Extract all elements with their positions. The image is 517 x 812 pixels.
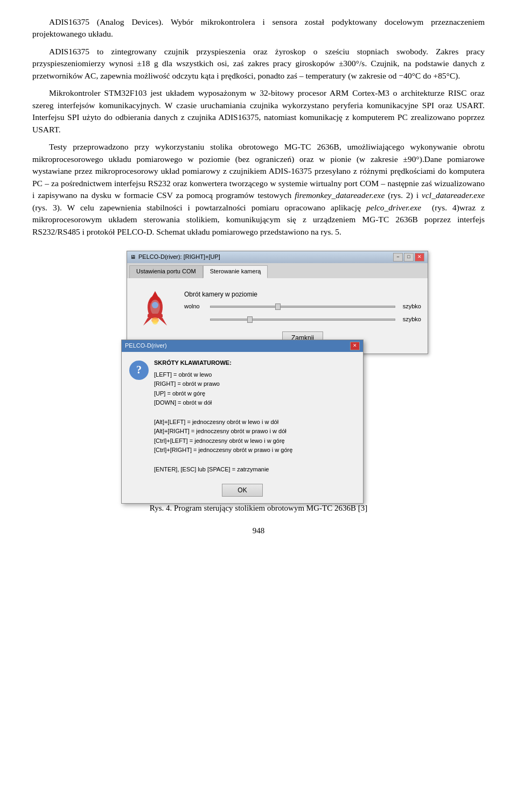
outer-title: 🖥 PELCO-D(river): [RIGHT]+[UP] <box>130 253 220 262</box>
slider-thumb-1[interactable] <box>275 303 281 310</box>
outer-win-buttons: − □ ✕ <box>393 253 424 262</box>
svg-rect-4 <box>148 314 163 318</box>
paragraph-2: ADIS16375 to zintegrowany czujnik przysp… <box>32 46 485 82</box>
shortcuts-header: SKRÓTY KLAWIATUROWE: <box>154 358 292 368</box>
inner-titlebar: PELCO-D(river) ✕ <box>122 340 363 352</box>
close-button[interactable]: ✕ <box>415 253 424 262</box>
shortcut-line-5: [Alt]+[LEFT] = jednoczesny obrót w lewo … <box>154 418 292 427</box>
rocket-image <box>134 287 177 330</box>
outer-title-icon: 🖥 <box>130 253 136 262</box>
shortcut-line-7: [Ctrl]+[LEFT] = jednoczesny obrót w lewo… <box>154 436 292 446</box>
tab-ustawienia[interactable]: Ustawienia portu COM <box>129 265 203 278</box>
shortcut-spacer-2 <box>154 455 292 465</box>
maximize-button[interactable]: □ <box>404 253 414 262</box>
slider-left-label: wolno <box>184 302 206 311</box>
svg-point-3 <box>152 302 158 308</box>
svg-marker-5 <box>143 318 152 326</box>
figure-caption: Rys. 4. Program sterujący stolikiem obro… <box>150 503 367 514</box>
slider-right-label: szybko <box>400 302 421 311</box>
outer-titlebar: 🖥 PELCO-D(river): [RIGHT]+[UP] − □ ✕ <box>127 251 428 263</box>
shortcuts-text: SKRÓTY KLAWIATUROWE: [LEFT] = obrót w le… <box>154 358 292 474</box>
slider-right-label-2: szybko <box>400 315 421 324</box>
ok-button[interactable]: OK <box>222 484 262 497</box>
tab-sterowanie[interactable]: Sterowanie kamerą <box>203 265 268 278</box>
inner-title-text: PELCO-D(river) <box>125 342 167 350</box>
minimize-button[interactable]: − <box>393 253 403 262</box>
inner-win-buttons: ✕ <box>350 342 360 350</box>
slider-track-1[interactable] <box>210 306 395 308</box>
page-text: ADIS16375 (Analog Devices). Wybór mikrok… <box>32 16 485 238</box>
figure-container: 🖥 PELCO-D(river): [RIGHT]+[UP] − □ ✕ Ust… <box>32 251 485 514</box>
shortcut-line-8: [Ctrl]+[RIGHT] = jednoczesny obrót w pra… <box>154 446 292 455</box>
shortcut-line-9: [ENTER], [ESC] lub [SPACE] = zatrzymanie <box>154 465 292 475</box>
rotation-label: Obrót kamery w poziomie <box>184 290 421 299</box>
inner-dialog-footer: OK <box>122 481 363 503</box>
slider-thumb-2[interactable] <box>247 316 253 323</box>
inner-close-button[interactable]: ✕ <box>350 342 360 350</box>
svg-marker-6 <box>158 318 167 326</box>
shortcut-line-3: [UP] = obrót w górę <box>154 389 292 399</box>
inner-dialog-body: ? SKRÓTY KLAWIATUROWE: [LEFT] = obrót w … <box>122 352 363 481</box>
svg-point-8 <box>152 320 158 324</box>
paragraph-1: ADIS16375 (Analog Devices). Wybór mikrok… <box>32 16 485 40</box>
slider-row-1: wolno szybko <box>184 302 421 311</box>
figure-wrapper: 🖥 PELCO-D(river): [RIGHT]+[UP] − □ ✕ Ust… <box>100 251 417 498</box>
page-number: 948 <box>32 525 485 537</box>
inner-dialog: PELCO-D(river) ✕ ? SKRÓTY KLAWIATUROWE: … <box>121 340 364 504</box>
shortcut-line-6: [Alt]+[RIGHT] = jednoczesny obrót w praw… <box>154 427 292 436</box>
tab-bar: Ustawienia portu COM Sterowanie kamerą <box>127 263 428 278</box>
shortcut-spacer-1 <box>154 408 292 418</box>
shortcut-line-1: [LEFT] = obrót w lewo <box>154 370 292 380</box>
slider-row-2: szybko <box>184 315 421 324</box>
shortcut-line-2: [RIGHT] = obrót w prawo <box>154 379 292 389</box>
outer-title-text: PELCO-D(river): [RIGHT]+[UP] <box>138 253 220 262</box>
paragraph-4: Testy przeprowadzono przy wykorzystaniu … <box>32 141 485 238</box>
shortcut-line-4: [DOWN] = obrót w dół <box>154 398 292 408</box>
slider-track-2[interactable] <box>210 319 395 321</box>
paragraph-3: Mikrokontroler STM32F103 jest układem wy… <box>32 87 485 136</box>
outer-window: 🖥 PELCO-D(river): [RIGHT]+[UP] − □ ✕ Ust… <box>127 251 428 354</box>
question-icon: ? <box>129 361 149 380</box>
